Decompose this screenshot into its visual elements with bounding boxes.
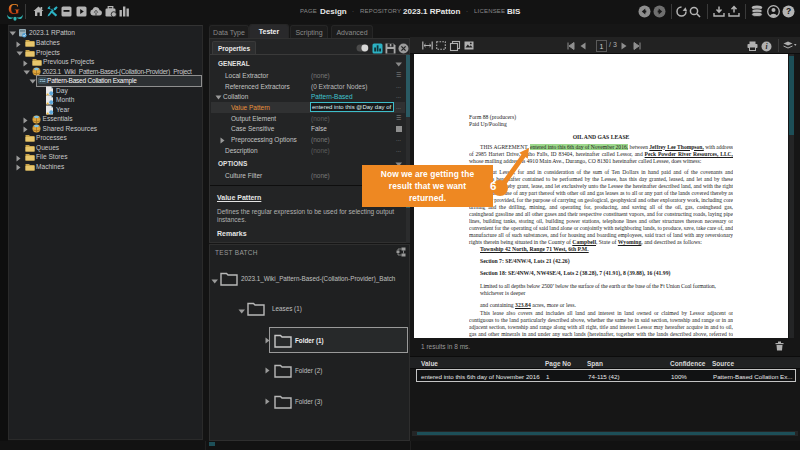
svg-text:?: ?: [786, 6, 791, 16]
